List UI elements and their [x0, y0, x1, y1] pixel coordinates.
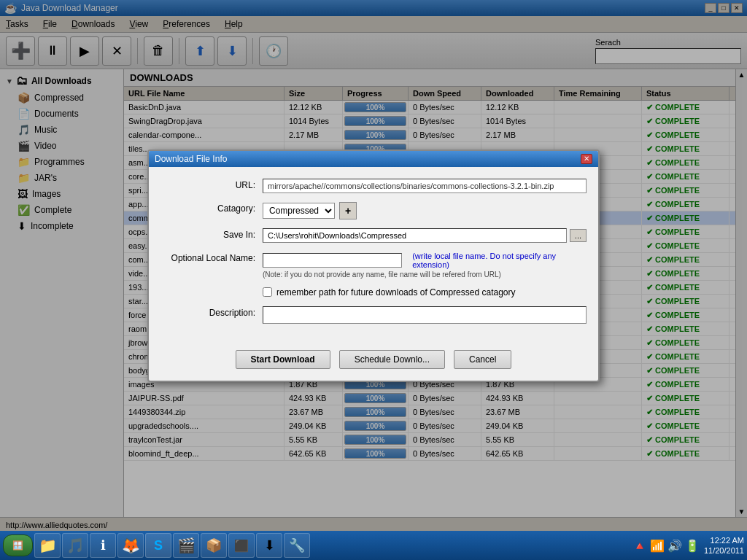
- start-button[interactable]: 🪟: [3, 534, 33, 556]
- taskbar-firefox[interactable]: 🦊: [117, 533, 144, 558]
- taskbar: 🪟 📁 🎵 ℹ 🦊 S 🎬 📦 ⬛ ⬇ 🔧 🔺 📶 🔊 🔋 12:22 AM 1…: [0, 531, 747, 560]
- optional-name-note: (Note: if you do not provide any name, f…: [263, 271, 587, 279]
- save-in-row: Save In: ...: [160, 228, 587, 243]
- modal-overlay: Download File Info ✕ URL: Catagory: Comp…: [0, 0, 747, 531]
- time-display: 12:22 AM: [704, 535, 744, 545]
- taskbar-info[interactable]: ℹ: [90, 533, 116, 558]
- optional-name-control: (write local file name. Do not specify a…: [263, 252, 587, 279]
- taskbar-vlc[interactable]: 🎬: [173, 533, 199, 558]
- remember-label: remember path for future downloads of Co…: [276, 287, 516, 298]
- taskbar-explorer[interactable]: 📁: [34, 533, 61, 558]
- tray-icon1: 🔺: [632, 539, 647, 553]
- start-download-button[interactable]: Start Download: [236, 350, 330, 369]
- download-file-info-dialog: Download File Info ✕ URL: Catagory: Comp…: [147, 149, 600, 382]
- url-input[interactable]: [263, 179, 587, 193]
- url-control: [263, 179, 587, 193]
- taskbar-terminal[interactable]: ⬛: [228, 533, 255, 558]
- category-select[interactable]: Compressed Documents Music Video Program…: [263, 203, 335, 219]
- optional-name-input[interactable]: [263, 253, 402, 268]
- system-tray: 🔺 📶 🔊 🔋: [632, 539, 700, 553]
- save-in-control: ...: [263, 228, 587, 243]
- browse-button[interactable]: ...: [570, 229, 587, 242]
- modal-close-button[interactable]: ✕: [581, 154, 592, 164]
- cancel-button[interactable]: Cancel: [454, 350, 511, 369]
- date-display: 11/20/2011: [704, 545, 744, 556]
- tray-network-icon: 📶: [650, 539, 665, 553]
- optional-name-row: Optional Local Name: (write local file n…: [160, 252, 587, 279]
- category-row: Catagory: Compressed Documents Music Vid…: [160, 202, 587, 219]
- taskbar-right: 🔺 📶 🔊 🔋 12:22 AM 11/20/2011: [632, 535, 744, 556]
- add-category-button[interactable]: +: [339, 202, 357, 219]
- tray-volume-icon: 🔊: [667, 539, 682, 553]
- schedule-download-button[interactable]: Schedule Downlo...: [339, 350, 445, 369]
- remember-checkbox[interactable]: [263, 287, 272, 297]
- modal-buttons: Start Download Schedule Downlo... Cancel: [149, 344, 598, 381]
- save-in-label: Save In:: [160, 228, 263, 240]
- optional-name-hint: (write local file name. Do not specify a…: [412, 252, 587, 269]
- taskbar-skype[interactable]: S: [145, 533, 171, 558]
- description-row: Description:: [160, 306, 587, 324]
- url-label: URL:: [160, 179, 263, 190]
- description-input[interactable]: [263, 306, 587, 324]
- optional-name-label: Optional Local Name:: [160, 252, 263, 263]
- url-row: URL:: [160, 179, 587, 193]
- category-control: Compressed Documents Music Video Program…: [263, 202, 587, 219]
- description-control: [263, 306, 587, 324]
- taskbar-app1[interactable]: 📦: [201, 533, 227, 558]
- taskbar-downloads[interactable]: ⬇: [256, 533, 282, 558]
- remember-row: remember path for future downloads of Co…: [263, 287, 587, 298]
- taskbar-media[interactable]: 🎵: [62, 533, 88, 558]
- tray-battery-icon: 🔋: [685, 539, 700, 553]
- clock[interactable]: 12:22 AM 11/20/2011: [704, 535, 744, 556]
- start-icon: 🪟: [12, 540, 23, 551]
- save-in-input[interactable]: [263, 228, 567, 243]
- description-label: Description:: [160, 306, 263, 318]
- modal-title: Download File Info: [155, 154, 581, 164]
- modal-body: URL: Catagory: Compressed Documents Musi…: [149, 167, 598, 344]
- modal-titlebar: Download File Info ✕: [149, 151, 598, 167]
- taskbar-app2[interactable]: 🔧: [284, 533, 310, 558]
- category-label: Catagory:: [160, 202, 263, 214]
